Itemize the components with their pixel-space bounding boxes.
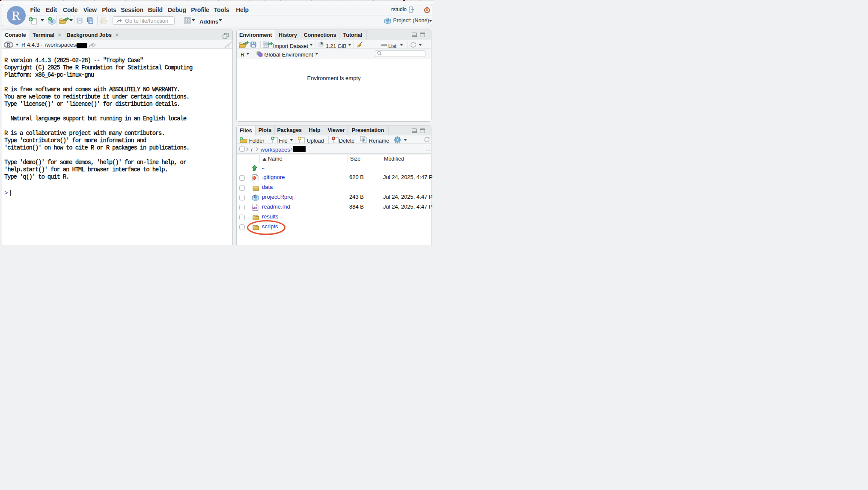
svg-text:R: R bbox=[6, 42, 10, 48]
svg-text:R: R bbox=[386, 18, 389, 22]
svg-text:R: R bbox=[254, 194, 257, 199]
svg-text:MD: MD bbox=[252, 206, 257, 210]
